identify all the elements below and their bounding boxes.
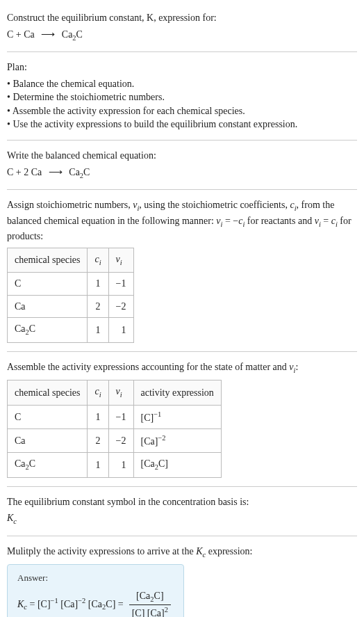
plan-list: • Balance the chemical equation. • Deter… xyxy=(7,77,357,131)
text: [Ca xyxy=(136,591,150,601)
k-symbol: K xyxy=(17,599,24,609)
text: C] = xyxy=(106,599,123,609)
cell-species: Ca xyxy=(8,429,88,453)
text: [C] [Ca] xyxy=(132,608,165,617)
ci-sub: i xyxy=(99,391,101,399)
divider xyxy=(7,189,357,190)
divider xyxy=(7,140,357,141)
activity-table: chemical species ci νi activity expressi… xyxy=(7,380,222,477)
text: C xyxy=(29,323,35,334)
plan-item: • Use the activity expressions to build … xyxy=(7,118,357,131)
text: [C] xyxy=(38,599,51,609)
table-row: Ca 2 −2 xyxy=(8,295,134,318)
stoich-section: Assign stoichiometric numbers, νi, using… xyxy=(7,193,357,348)
cell-ci: 1 xyxy=(88,453,108,477)
text: C xyxy=(29,458,35,469)
cell-nui: −2 xyxy=(108,295,133,318)
text: = xyxy=(321,216,331,226)
cell-nui: −1 xyxy=(108,273,133,296)
cell-ci: 1 xyxy=(88,273,108,296)
arrow-icon: ⟶ xyxy=(49,166,63,179)
plan-section: Plan: • Balance the chemical equation. •… xyxy=(7,55,357,137)
cell-species: Ca xyxy=(8,295,88,318)
balanced-right-a: Ca xyxy=(69,167,80,177)
table-row: C 1 −1 xyxy=(8,273,134,296)
header-title: Construct the equilibrium constant, K, e… xyxy=(7,11,357,25)
multiply-section: Mulitply the activity expressions to arr… xyxy=(7,539,357,617)
balanced-left: C + 2 Ca xyxy=(7,167,42,177)
plan-item: • Assemble the activity expression for e… xyxy=(7,104,357,118)
ci-sub: i xyxy=(99,258,101,266)
sup: −1 xyxy=(154,410,161,418)
th-ci: ci xyxy=(88,380,108,405)
equals: = xyxy=(27,599,38,609)
cell-species: Ca2C xyxy=(8,318,88,342)
cell-ci: 1 xyxy=(88,405,108,428)
cell-activity: [C]−1 xyxy=(133,405,221,428)
balanced-right-b: C xyxy=(83,167,90,177)
cell-nui: −2 xyxy=(108,429,133,453)
cell-nui: 1 xyxy=(108,453,133,477)
cell-ci: 1 xyxy=(88,318,108,342)
divider xyxy=(7,51,357,52)
table-row: Ca 2 −2 [Ca]−2 xyxy=(8,429,222,453)
divider xyxy=(7,486,357,487)
cell-activity: [Ca2C] xyxy=(133,453,221,477)
th-nui: νi xyxy=(108,380,133,405)
fraction-numerator: [Ca2C] xyxy=(129,589,171,605)
nui-sub: i xyxy=(120,391,122,399)
text: [Ca] xyxy=(58,599,78,609)
answer-box: Answer: Kc = [C]−1 [Ca]−2 [Ca2C] = [Ca2C… xyxy=(7,564,184,617)
text: C] xyxy=(154,591,164,601)
text: : xyxy=(295,362,298,372)
text: Assemble the activity expressions accoun… xyxy=(7,362,289,372)
text: Ca xyxy=(15,458,26,469)
text: [Ca xyxy=(141,458,155,469)
eq-right-a: Ca xyxy=(62,29,73,40)
cell-ci: 2 xyxy=(88,429,108,453)
text: [Ca] xyxy=(141,436,158,447)
cell-nui: −1 xyxy=(108,405,133,428)
table-row: Ca2C 1 1 xyxy=(8,318,134,342)
stoich-table: chemical species ci νi C 1 −1 Ca 2 −2 Ca… xyxy=(7,248,134,343)
sup: −2 xyxy=(158,434,165,442)
balanced-section: Write the balanced chemical equation: C … xyxy=(7,143,357,186)
plan-title: Plan: xyxy=(7,61,357,74)
text: [Ca xyxy=(85,599,102,609)
text: Ca xyxy=(15,323,26,334)
cell-nui: 1 xyxy=(108,318,133,342)
fraction-denominator: [C] [Ca]2 xyxy=(129,605,171,617)
table-row: C 1 −1 [C]−1 xyxy=(8,405,222,428)
balanced-equation: C + 2 Ca ⟶ Ca2C xyxy=(7,166,357,181)
k-symbol: K xyxy=(196,546,202,556)
cell-ci: 2 xyxy=(88,295,108,318)
symbol-desc: The equilibrium constant symbol in the c… xyxy=(7,495,357,509)
table-row: Ca2C 1 1 [Ca2C] xyxy=(8,453,222,477)
symbol-kc: Kc xyxy=(7,511,357,527)
th-nui: νi xyxy=(108,248,133,272)
th-species: chemical species xyxy=(8,380,88,405)
text: , using the stoichiometric coefficients, xyxy=(139,200,290,210)
plan-item: • Balance the chemical equation. xyxy=(7,77,357,91)
text: Assign stoichiometric numbers, xyxy=(7,200,133,210)
text: Mulitply the activity expressions to arr… xyxy=(7,546,196,556)
sup: −1 xyxy=(51,597,58,604)
header-section: Construct the equilibrium constant, K, e… xyxy=(7,6,357,49)
text: expression: xyxy=(206,546,252,556)
text: C] xyxy=(158,458,168,469)
th-ci: ci xyxy=(88,248,108,272)
activity-desc: Assemble the activity expressions accoun… xyxy=(7,360,357,376)
symbol-section: The equilibrium constant symbol in the c… xyxy=(7,490,357,533)
th-activity: activity expression xyxy=(133,380,221,405)
table-header-row: chemical species ci νi activity expressi… xyxy=(8,380,222,405)
k-symbol: K xyxy=(7,513,13,523)
text: for reactants and xyxy=(245,216,314,226)
divider xyxy=(7,351,357,352)
sup: 2 xyxy=(165,606,168,614)
multiply-desc: Mulitply the activity expressions to arr… xyxy=(7,545,357,560)
stoich-desc: Assign stoichiometric numbers, νi, using… xyxy=(7,198,357,243)
answer-expression: Kc = [C]−1 [Ca]−2 [Ca2C] = [Ca2C] [C] [C… xyxy=(17,589,174,617)
cell-species: C xyxy=(8,273,88,296)
header-equation: C + Ca ⟶ Ca2C xyxy=(7,28,357,43)
activity-section: Assemble the activity expressions accoun… xyxy=(7,355,357,483)
